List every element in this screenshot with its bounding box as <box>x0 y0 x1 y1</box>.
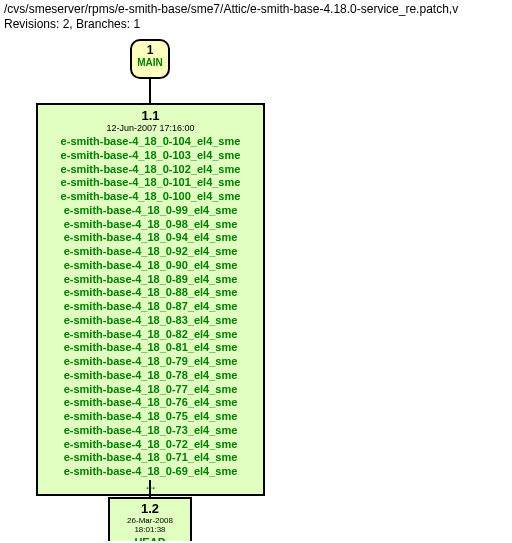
tag-item: e-smith-base-4_18_0-77_el4_sme <box>46 383 255 397</box>
tag-item: e-smith-base-4_18_0-71_el4_sme <box>46 451 255 465</box>
tag-item: e-smith-base-4_18_0-100_el4_sme <box>46 190 255 204</box>
tag-item: e-smith-base-4_18_0-102_el4_sme <box>46 163 255 177</box>
tag-item: e-smith-base-4_18_0-69_el4_sme <box>46 465 255 479</box>
tag-item: e-smith-base-4_18_0-83_el4_sme <box>46 314 255 328</box>
revision-head-label: HEAD <box>114 536 186 541</box>
connector-line <box>149 79 151 103</box>
revision-date: 12-Jun-2007 17:16:00 <box>46 123 255 133</box>
tag-item: e-smith-base-4_18_0-87_el4_sme <box>46 300 255 314</box>
tag-item: e-smith-base-4_18_0-104_el4_sme <box>46 135 255 149</box>
tag-item: e-smith-base-4_18_0-99_el4_sme <box>46 204 255 218</box>
branch-number: 1 <box>132 43 168 57</box>
tag-item: e-smith-base-4_18_0-90_el4_sme <box>46 259 255 273</box>
tag-item: e-smith-base-4_18_0-103_el4_sme <box>46 149 255 163</box>
connector-line <box>149 480 151 497</box>
revision-graph: 1 MAIN 1.1 12-Jun-2007 17:16:00 e-smith-… <box>0 33 512 541</box>
tag-item: e-smith-base-4_18_0-92_el4_sme <box>46 245 255 259</box>
revision-number: 1.1 <box>46 108 255 123</box>
tag-item: e-smith-base-4_18_0-81_el4_sme <box>46 341 255 355</box>
revision-number: 1.2 <box>114 501 186 516</box>
revision-node-1-2[interactable]: 1.2 26-Mar-2008 18:01:38 HEAD <box>108 497 192 541</box>
tag-item: e-smith-base-4_18_0-88_el4_sme <box>46 286 255 300</box>
tag-item: e-smith-base-4_18_0-79_el4_sme <box>46 355 255 369</box>
tag-item: e-smith-base-4_18_0-75_el4_sme <box>46 410 255 424</box>
revision-date: 26-Mar-2008 18:01:38 <box>114 516 186 534</box>
branch-label: MAIN <box>132 57 168 68</box>
revisions-summary: Revisions: 2, Branches: 1 <box>4 17 508 31</box>
tag-item: e-smith-base-4_18_0-73_el4_sme <box>46 424 255 438</box>
tag-item: e-smith-base-4_18_0-94_el4_sme <box>46 231 255 245</box>
tag-item: e-smith-base-4_18_0-98_el4_sme <box>46 218 255 232</box>
revision-node-1-1[interactable]: 1.1 12-Jun-2007 17:16:00 e-smith-base-4_… <box>36 103 265 496</box>
file-path: /cvs/smeserver/rpms/e-smith-base/sme7/At… <box>4 2 508 16</box>
branch-node-main[interactable]: 1 MAIN <box>130 39 170 79</box>
header: /cvs/smeserver/rpms/e-smith-base/sme7/At… <box>0 0 512 33</box>
tag-item: e-smith-base-4_18_0-76_el4_sme <box>46 396 255 410</box>
tag-item: e-smith-base-4_18_0-78_el4_sme <box>46 369 255 383</box>
tag-item: e-smith-base-4_18_0-89_el4_sme <box>46 273 255 287</box>
tag-list: e-smith-base-4_18_0-104_el4_smee-smith-b… <box>46 135 255 479</box>
tag-item: e-smith-base-4_18_0-101_el4_sme <box>46 176 255 190</box>
tag-item: e-smith-base-4_18_0-82_el4_sme <box>46 328 255 342</box>
tag-item: e-smith-base-4_18_0-72_el4_sme <box>46 438 255 452</box>
